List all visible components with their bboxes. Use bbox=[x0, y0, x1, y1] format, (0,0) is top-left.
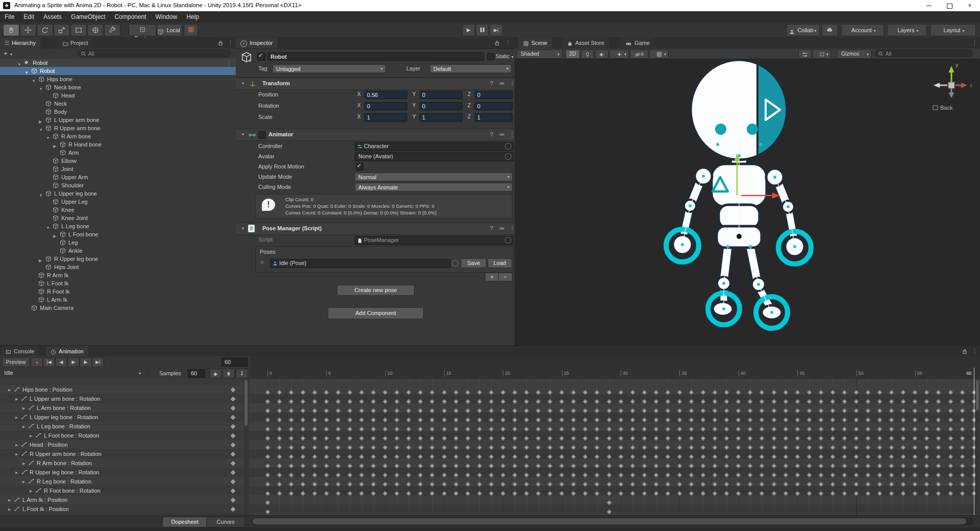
keyframe-diamond[interactable] bbox=[760, 454, 765, 460]
keyframe-diamond[interactable] bbox=[559, 390, 565, 395]
keyframe-diamond[interactable] bbox=[500, 427, 505, 432]
add-keyframe-button[interactable] bbox=[231, 415, 236, 420]
keyframe-diamond[interactable] bbox=[324, 454, 329, 460]
keyframe-diamond[interactable] bbox=[359, 436, 364, 441]
keyframe-diamond[interactable] bbox=[453, 473, 458, 478]
keyframe-diamond[interactable] bbox=[383, 445, 388, 450]
keyframe-diamond[interactable] bbox=[524, 399, 529, 404]
anim-property-row-r-upper-leg-bone-rotation[interactable]: ▶R Upper leg bone : Rotation bbox=[0, 468, 250, 477]
keyframe-diamond[interactable] bbox=[842, 408, 847, 414]
keyframe-diamond[interactable] bbox=[406, 464, 411, 469]
shading-mode-dropdown[interactable]: Shaded ▾ bbox=[517, 50, 562, 59]
keyframe-diamond[interactable] bbox=[524, 436, 529, 441]
keyframe-diamond[interactable] bbox=[795, 491, 800, 496]
keyframe-diamond[interactable] bbox=[866, 473, 871, 478]
keyframe-diamond[interactable] bbox=[701, 473, 706, 478]
keyframe-diamond[interactable] bbox=[406, 390, 411, 395]
keyframe-diamond[interactable] bbox=[618, 454, 623, 460]
keyframe-diamond[interactable] bbox=[806, 491, 812, 496]
pause-button[interactable] bbox=[476, 24, 489, 36]
keyframe-diamond[interactable] bbox=[265, 399, 270, 404]
keyframe-diamond[interactable] bbox=[465, 427, 470, 432]
keyframe-diamond[interactable] bbox=[677, 408, 682, 414]
keyframe-diamond[interactable] bbox=[701, 408, 706, 414]
keyframe-diamond[interactable] bbox=[642, 445, 647, 450]
keyframe-diamond[interactable] bbox=[842, 445, 847, 450]
keyframe-diamond[interactable] bbox=[559, 436, 565, 441]
tab-inspector[interactable]: iInspector bbox=[236, 38, 277, 49]
anim-property-row-l-arm-bone-rotation[interactable]: ▶L Arm bone : Rotation bbox=[0, 403, 250, 413]
keyframe-diamond[interactable] bbox=[642, 390, 647, 395]
keyframe-diamond[interactable] bbox=[300, 418, 305, 423]
keyframe-diamond[interactable] bbox=[335, 491, 340, 496]
keyframe-diamond[interactable] bbox=[312, 445, 317, 450]
keyframe-diamond[interactable] bbox=[430, 427, 435, 432]
keyframe-diamond[interactable] bbox=[924, 454, 929, 460]
keyframe-diamond[interactable] bbox=[877, 399, 883, 404]
keyframe-diamond[interactable] bbox=[889, 491, 894, 496]
keyframe-diamond[interactable] bbox=[277, 418, 282, 423]
keyframe-diamond[interactable] bbox=[771, 482, 776, 487]
keyframe-diamond[interactable] bbox=[948, 427, 953, 432]
add-keyframe-button[interactable] bbox=[231, 442, 236, 447]
keyframe-diamond[interactable] bbox=[689, 418, 694, 423]
keyframe-diamond[interactable] bbox=[277, 454, 282, 460]
keyframe-diamond[interactable] bbox=[866, 482, 871, 487]
keyframe-diamond[interactable] bbox=[948, 473, 953, 478]
keyframe-diamond[interactable] bbox=[713, 473, 718, 478]
keyframe-diamond[interactable] bbox=[324, 445, 329, 450]
gizmo-center-cube[interactable] bbox=[948, 82, 954, 88]
keyframe-diamond[interactable] bbox=[724, 399, 729, 404]
keyframe-diamond[interactable] bbox=[630, 408, 635, 414]
keyframe-diamond[interactable] bbox=[277, 445, 282, 450]
menu-window[interactable]: Window bbox=[151, 11, 182, 22]
transform-rotation-y-field[interactable] bbox=[420, 102, 462, 110]
keyframe-diamond[interactable] bbox=[500, 454, 505, 460]
keyframe-diamond[interactable] bbox=[595, 418, 600, 423]
keyframe-diamond[interactable] bbox=[960, 427, 965, 432]
keyframe-diamond[interactable] bbox=[288, 482, 293, 487]
keyframe-diamond[interactable] bbox=[300, 427, 305, 432]
keyframe-diamond[interactable] bbox=[288, 418, 293, 423]
keyframe-diamond[interactable] bbox=[818, 464, 823, 469]
object-picker-icon[interactable] bbox=[505, 153, 511, 160]
keyframe-diamond[interactable] bbox=[760, 473, 765, 478]
layer-dropdown[interactable]: Default▾ bbox=[430, 64, 511, 73]
keyframe-diamond[interactable] bbox=[748, 427, 753, 432]
keyframe-diamond[interactable] bbox=[924, 464, 929, 469]
keyframe-diamond[interactable] bbox=[783, 445, 788, 450]
keyframe-diamond[interactable] bbox=[842, 454, 847, 460]
keyframe-diamond[interactable] bbox=[724, 390, 729, 395]
keyframe-diamond[interactable] bbox=[795, 408, 800, 414]
keyframe-diamond[interactable] bbox=[465, 445, 470, 450]
keyframe-diamond[interactable] bbox=[960, 473, 965, 478]
keyframe-diamond[interactable] bbox=[359, 454, 364, 460]
keyframe-diamond[interactable] bbox=[689, 408, 694, 414]
keyframe-diamond[interactable] bbox=[512, 454, 518, 460]
keyframe-diamond[interactable] bbox=[630, 491, 635, 496]
anim-property-row-l-leg-bone-rotation[interactable]: ▶L Leg bone : Rotation bbox=[0, 422, 250, 431]
hierarchy-item-knee-joint[interactable]: Knee Joint bbox=[0, 214, 236, 222]
keyframe-diamond[interactable] bbox=[583, 473, 588, 478]
view-mode-label[interactable]: Back bbox=[940, 105, 953, 111]
keyframe-diamond[interactable] bbox=[736, 399, 741, 404]
keyframe-diamond[interactable] bbox=[854, 464, 859, 469]
keyframe-diamond[interactable] bbox=[430, 464, 435, 469]
keyframe-diamond[interactable] bbox=[677, 427, 682, 432]
play-animation-button[interactable]: ▶ bbox=[67, 357, 80, 367]
keyframe-diamond[interactable] bbox=[677, 473, 682, 478]
keyframe-diamond[interactable] bbox=[701, 454, 706, 460]
keyframe-diamond[interactable] bbox=[395, 491, 400, 496]
keyframe-diamond[interactable] bbox=[830, 408, 835, 414]
hidden-objects-button[interactable]: 0 bbox=[630, 50, 648, 59]
keyframe-diamond[interactable] bbox=[324, 482, 329, 487]
keyframe-diamond[interactable] bbox=[913, 491, 918, 496]
keyframe-diamond[interactable] bbox=[901, 454, 906, 460]
keyframe-diamond[interactable] bbox=[312, 399, 317, 404]
keyframe-diamond[interactable] bbox=[771, 473, 776, 478]
keyframe-diamond[interactable] bbox=[713, 482, 718, 487]
keyframe-diamond[interactable] bbox=[559, 482, 565, 487]
keyframe-diamond[interactable] bbox=[536, 399, 541, 404]
keyframe-diamond[interactable] bbox=[371, 454, 376, 460]
keyframe-diamond[interactable] bbox=[406, 399, 411, 404]
